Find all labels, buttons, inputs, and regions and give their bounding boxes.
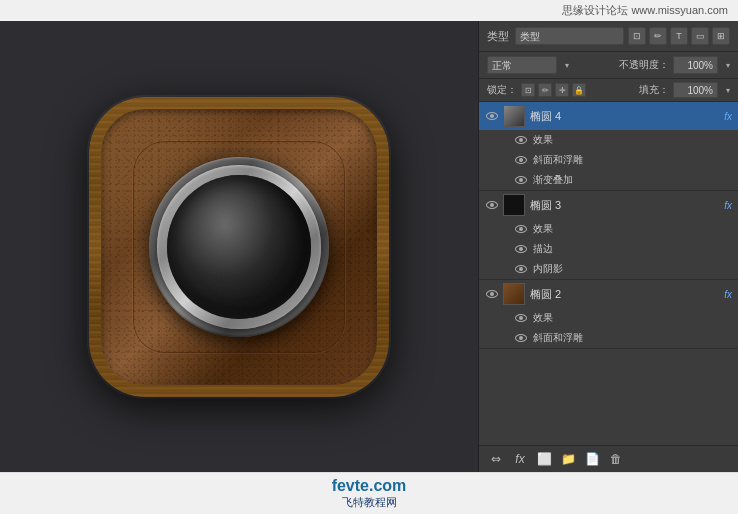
filter-img-icon[interactable]: ⊡ — [628, 27, 646, 45]
bevel-eye-3[interactable] — [515, 332, 527, 344]
gradient-effect-1[interactable]: 渐变叠加 — [479, 170, 738, 190]
layer-row-1[interactable]: 椭圆 4 fx — [479, 102, 738, 130]
filter-label: 类型 — [487, 29, 509, 44]
eye-icon-1 — [486, 112, 498, 120]
layer-name-2: 椭圆 3 — [530, 198, 721, 213]
bevel-label-3: 斜面和浮雕 — [533, 331, 583, 345]
visibility-toggle-1[interactable] — [485, 109, 499, 123]
main-area: 类型 类型 ⊡ ✏ T ▭ ⊞ 正常 ▾ 不透明度： ▾ 锁定： — [0, 21, 738, 472]
lock-label: 锁定： — [487, 83, 517, 97]
layer-group-3: 椭圆 2 fx 效果 斜面和浮雕 — [479, 280, 738, 349]
eye-icon-2 — [486, 201, 498, 209]
fill-chevron: ▾ — [726, 86, 730, 95]
visibility-toggle-3[interactable] — [485, 287, 499, 301]
watermark-text: 思缘设计论坛 www.missyuan.com — [562, 4, 728, 16]
eye-icon-3 — [486, 290, 498, 298]
gradient-eye-icon-1 — [515, 176, 527, 184]
layer-name-1: 椭圆 4 — [530, 109, 721, 124]
effects-eye-icon-3 — [515, 314, 527, 322]
add-mask-icon[interactable]: ⬜ — [535, 450, 553, 468]
bottom-watermark-bar: fevte.com 飞特教程网 — [0, 472, 738, 514]
thumb-ellipse — [504, 106, 524, 126]
fill-input[interactable] — [673, 82, 718, 98]
thumb-leather — [504, 284, 524, 304]
effects-header-1[interactable]: 效果 — [479, 130, 738, 150]
lock-brush-icon[interactable]: ✏ — [538, 83, 552, 97]
ps-bottom-bar: ⇔ fx ⬜ 📁 📄 🗑 — [479, 445, 738, 472]
blend-mode-select[interactable]: 正常 — [487, 56, 557, 74]
layer-row-3[interactable]: 椭圆 2 fx — [479, 280, 738, 308]
layer-name-3: 椭圆 2 — [530, 287, 721, 302]
bottom-icons: ⇔ fx ⬜ 📁 📄 🗑 — [487, 450, 625, 468]
opacity-label: 不透明度： — [619, 58, 669, 72]
lock-move-icon[interactable]: ✛ — [555, 83, 569, 97]
delete-layer-icon[interactable]: 🗑 — [607, 450, 625, 468]
opacity-input[interactable] — [673, 56, 718, 74]
mode-bar: 正常 ▾ 不透明度： ▾ — [479, 52, 738, 79]
fx-effects-icon[interactable]: fx — [511, 450, 529, 468]
filter-type-select[interactable]: 类型 — [515, 27, 624, 45]
filter-adj-icon[interactable]: ⊞ — [712, 27, 730, 45]
site-cn-name: 飞特教程网 — [4, 495, 734, 510]
stroke-effect-2[interactable]: 描边 — [479, 239, 738, 259]
effects-eye-1[interactable] — [515, 134, 527, 146]
filter-brush-icon[interactable]: ✏ — [649, 27, 667, 45]
opacity-chevron: ▾ — [726, 61, 730, 70]
visibility-toggle-2[interactable] — [485, 198, 499, 212]
gradient-eye-1[interactable] — [515, 174, 527, 186]
new-layer-icon[interactable]: 📄 — [583, 450, 601, 468]
fx-badge-3: fx — [724, 289, 732, 300]
site-name: fevte.com — [4, 477, 734, 495]
fx-badge-1: fx — [724, 111, 732, 122]
effects-eye-icon-2 — [515, 225, 527, 233]
effects-label-2: 效果 — [533, 222, 553, 236]
effects-eye-icon-1 — [515, 136, 527, 144]
lock-pixel-icon[interactable]: ⊡ — [521, 83, 535, 97]
shadow-effect-2[interactable]: 内阴影 — [479, 259, 738, 279]
bevel-label-1: 斜面和浮雕 — [533, 153, 583, 167]
effects-header-2[interactable]: 效果 — [479, 219, 738, 239]
layer-group-2: 椭圆 3 fx 效果 描边 — [479, 191, 738, 280]
layer-thumb-3 — [503, 283, 525, 305]
lock-bar: 锁定： ⊡ ✏ ✛ 🔒 填充： ▾ — [479, 79, 738, 102]
bevel-eye-icon-3 — [515, 334, 527, 342]
lock-icons: ⊡ ✏ ✛ 🔒 — [521, 83, 586, 97]
new-group-icon[interactable]: 📁 — [559, 450, 577, 468]
filter-shape-icon[interactable]: ▭ — [691, 27, 709, 45]
shadow-eye-icon-2 — [515, 265, 527, 273]
effects-eye-2[interactable] — [515, 223, 527, 235]
stroke-eye-2[interactable] — [515, 243, 527, 255]
effects-header-3[interactable]: 效果 — [479, 308, 738, 328]
link-layers-icon[interactable]: ⇔ — [487, 450, 505, 468]
fx-badge-2: fx — [724, 200, 732, 211]
thumb-dark — [504, 195, 524, 215]
circle-button — [149, 157, 329, 337]
bevel-eye-icon-1 — [515, 156, 527, 164]
canvas-area — [0, 21, 478, 472]
stroke-label-2: 描边 — [533, 242, 553, 256]
shadow-eye-2[interactable] — [515, 263, 527, 275]
stroke-eye-icon-2 — [515, 245, 527, 253]
bevel-effect-1[interactable]: 斜面和浮雕 — [479, 150, 738, 170]
top-watermark: 思缘设计论坛 www.missyuan.com — [0, 0, 738, 21]
circle-highlight — [167, 175, 311, 319]
layers-list: 椭圆 4 fx 效果 斜面和浮雕 — [479, 102, 738, 445]
effects-label-1: 效果 — [533, 133, 553, 147]
layer-group-1: 椭圆 4 fx 效果 斜面和浮雕 — [479, 102, 738, 191]
filter-bar: 类型 类型 ⊡ ✏ T ▭ ⊞ — [479, 21, 738, 52]
effects-eye-3[interactable] — [515, 312, 527, 324]
layer-thumb-1 — [503, 105, 525, 127]
ps-layers-panel: 类型 类型 ⊡ ✏ T ▭ ⊞ 正常 ▾ 不透明度： ▾ 锁定： — [478, 21, 738, 472]
bevel-effect-3[interactable]: 斜面和浮雕 — [479, 328, 738, 348]
fill-label: 填充： — [639, 83, 669, 97]
layer-thumb-2 — [503, 194, 525, 216]
effects-label-3: 效果 — [533, 311, 553, 325]
bevel-eye-1[interactable] — [515, 154, 527, 166]
shadow-label-2: 内阴影 — [533, 262, 563, 276]
filter-icons: ⊡ ✏ T ▭ ⊞ — [628, 27, 730, 45]
layer-row-2[interactable]: 椭圆 3 fx — [479, 191, 738, 219]
lock-all-icon[interactable]: 🔒 — [572, 83, 586, 97]
gradient-label-1: 渐变叠加 — [533, 173, 573, 187]
filter-text-icon[interactable]: T — [670, 27, 688, 45]
mode-chevron: ▾ — [565, 61, 569, 70]
